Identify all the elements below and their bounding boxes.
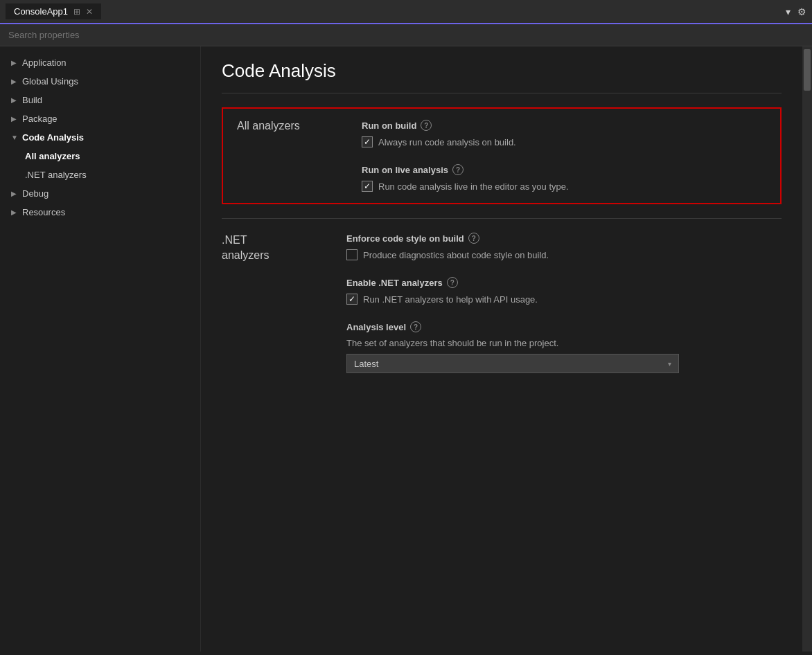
enforce-code-style-row: Produce diagnostics about code style on …	[346, 249, 782, 260]
enable-net-analyzers-group: Enable .NET analyzers ? Run .NET analyze…	[346, 277, 782, 305]
sidebar-item-label: Package	[22, 114, 58, 124]
run-on-live-group: Run on live analysis ? Run code analysis…	[362, 164, 766, 192]
enforce-code-style-group: Enforce code style on build ? Produce di…	[346, 233, 782, 260]
chevron-right-icon: ▶	[11, 115, 18, 123]
run-on-build-title: Run on build ?	[362, 120, 766, 131]
run-on-live-help-icon[interactable]: ?	[452, 164, 464, 175]
all-analyzers-section: All analyzers Run on build ? Always run …	[222, 107, 782, 204]
sidebar-item-label: All analyzers	[25, 151, 80, 161]
analysis-level-help-icon[interactable]: ?	[410, 321, 421, 332]
sidebar-item-label: Code Analysis	[22, 132, 84, 143]
dropdown-value: Latest	[354, 359, 378, 369]
run-on-live-checkbox[interactable]	[362, 181, 373, 192]
run-on-build-help-icon[interactable]: ?	[421, 120, 432, 131]
dropdown-arrow-icon: ▾	[668, 360, 671, 368]
main-layout: ▶ Application ▶ Global Usings ▶ Build ▶ …	[0, 46, 812, 652]
scrollbar-track[interactable]	[802, 46, 812, 652]
enforce-code-style-title: Enforce code style on build ?	[346, 233, 782, 244]
net-analyzers-controls: Enforce code style on build ? Produce di…	[346, 233, 782, 373]
title-bar-left: ConsoleApp1 ⊞ ✕	[6, 3, 101, 19]
sidebar-item-label: Build	[22, 95, 42, 105]
analysis-level-title: Analysis level ?	[346, 321, 782, 332]
sidebar-item-net-analyzers[interactable]: .NET analyzers	[0, 165, 200, 184]
run-on-build-row: Always run code analysis on build.	[362, 136, 766, 147]
tab-label: ConsoleApp1	[14, 6, 68, 17]
enable-net-analyzers-checkbox[interactable]	[346, 294, 358, 305]
analysis-level-group: Analysis level ? The set of analyzers th…	[346, 321, 782, 373]
settings-icon[interactable]: ⚙	[797, 6, 806, 17]
chevron-right-icon: ▶	[11, 190, 18, 197]
all-analyzers-label: All analyzers	[237, 120, 334, 132]
chevron-right-icon: ▶	[11, 78, 18, 85]
sidebar-item-build[interactable]: ▶ Build	[0, 91, 200, 109]
chevron-right-icon: ▶	[11, 59, 18, 66]
title-bar: ConsoleApp1 ⊞ ✕ ▾ ⚙	[0, 0, 812, 24]
close-icon[interactable]: ✕	[86, 7, 93, 17]
dropdown-icon[interactable]: ▾	[786, 6, 791, 17]
all-analyzers-controls: Run on build ? Always run code analysis …	[362, 120, 766, 192]
sidebar-item-debug[interactable]: ▶ Debug	[0, 184, 200, 203]
title-tab: ConsoleApp1 ⊞ ✕	[6, 3, 101, 19]
run-on-build-group: Run on build ? Always run code analysis …	[362, 120, 766, 147]
enable-net-analyzers-label: Run .NET analyzers to help with API usag…	[363, 294, 538, 305]
search-bar	[0, 24, 812, 46]
run-on-live-row: Run code analysis live in the editor as …	[362, 181, 766, 192]
net-analyzers-section: .NETanalyzers Enforce code style on buil…	[222, 233, 782, 373]
sidebar-item-label: Application	[22, 57, 67, 68]
enforce-code-style-checkbox[interactable]	[346, 249, 358, 260]
run-on-build-checkbox[interactable]	[362, 136, 373, 147]
divider-middle	[222, 218, 782, 219]
content-area: Code Analysis All analyzers Run on build…	[201, 46, 802, 652]
sidebar-item-label: Debug	[22, 188, 48, 199]
chevron-down-icon: ▼	[11, 134, 18, 141]
enforce-code-style-help-icon[interactable]: ?	[468, 233, 479, 244]
chevron-right-icon: ▶	[11, 208, 18, 216]
enable-net-analyzers-title: Enable .NET analyzers ?	[346, 277, 782, 288]
divider-top	[222, 93, 782, 93]
analysis-level-dropdown[interactable]: Latest ▾	[346, 354, 679, 373]
sidebar-item-application[interactable]: ▶ Application	[0, 53, 200, 72]
sidebar-item-label: Global Usings	[22, 76, 78, 87]
enforce-code-style-label: Produce diagnostics about code style on …	[363, 250, 549, 260]
run-on-live-title: Run on live analysis ?	[362, 164, 766, 175]
page-title: Code Analysis	[222, 60, 782, 82]
title-bar-right: ▾ ⚙	[786, 6, 806, 17]
sidebar-item-resources[interactable]: ▶ Resources	[0, 203, 200, 222]
chevron-right-icon: ▶	[11, 96, 18, 104]
enable-net-analyzers-help-icon[interactable]: ?	[447, 277, 458, 288]
analysis-level-description: The set of analyzers that should be run …	[346, 338, 782, 348]
sidebar-item-all-analyzers[interactable]: All analyzers	[0, 147, 200, 165]
sidebar-item-package[interactable]: ▶ Package	[0, 109, 200, 128]
sidebar-item-global-usings[interactable]: ▶ Global Usings	[0, 72, 200, 91]
search-input[interactable]	[8, 30, 804, 40]
sidebar-item-label: Resources	[22, 207, 65, 217]
run-on-build-label: Always run code analysis on build.	[378, 137, 516, 147]
run-on-live-label: Run code analysis live in the editor as …	[378, 181, 569, 192]
enable-net-analyzers-row: Run .NET analyzers to help with API usag…	[346, 294, 782, 305]
pin-icon[interactable]: ⊞	[73, 7, 80, 17]
sidebar-item-code-analysis[interactable]: ▼ Code Analysis	[0, 128, 200, 147]
sidebar-item-label: .NET analyzers	[25, 170, 87, 180]
net-analyzers-label: .NETanalyzers	[222, 233, 319, 264]
sidebar: ▶ Application ▶ Global Usings ▶ Build ▶ …	[0, 46, 201, 652]
scrollbar-thumb[interactable]	[804, 49, 811, 91]
